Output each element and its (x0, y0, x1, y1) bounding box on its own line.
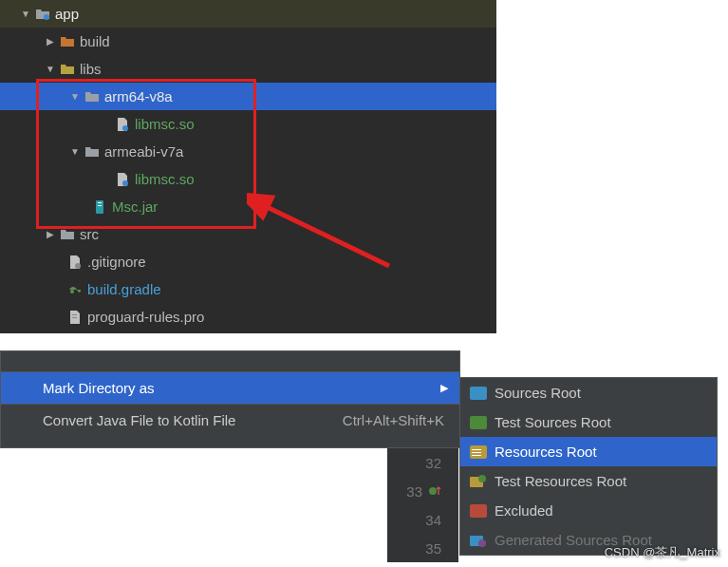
tree-label: libmsc.so (135, 116, 195, 132)
editor-gutter: 32 33 34 35 (387, 448, 458, 562)
module-icon (34, 6, 51, 23)
svg-point-15 (478, 539, 486, 547)
submenu-item-test-resources-root[interactable]: Test Resources Root (460, 466, 717, 496)
test-resources-root-icon (470, 475, 487, 488)
chevron-down-icon: ▼ (44, 64, 57, 74)
tree-label: .gitignore (87, 254, 146, 270)
chevron-right-icon: ▶ (44, 36, 57, 47)
tree-label: libs (80, 61, 102, 77)
jar-icon (91, 198, 108, 216)
tree-label: Msc.jar (112, 198, 158, 215)
menu-item-mark-directory[interactable]: Mark Directory as ▶ (1, 372, 459, 404)
tree-node-app[interactable]: ▼ app (0, 0, 496, 28)
file-icon (114, 171, 131, 188)
chevron-right-icon: ▶ (44, 229, 57, 239)
excluded-icon (470, 504, 487, 518)
chevron-right-icon: ▶ (440, 382, 448, 394)
line-number: 35 (387, 534, 458, 562)
chevron-down-icon: ▼ (68, 91, 82, 102)
chevron-down-icon: ▼ (68, 146, 82, 157)
submenu-item-resources-root[interactable]: Resources Root (460, 437, 717, 466)
tree-label: src (80, 226, 99, 242)
project-tree-panel: ▼ app ▶ build ▼ libs ▼ arm64-v8a libmsc.… (0, 0, 496, 333)
file-icon (66, 254, 84, 271)
tree-label: libmsc.so (135, 171, 195, 187)
context-menu: Mark Directory as ▶ Convert Java File to… (0, 350, 460, 448)
mark-directory-submenu: Sources Root Test Sources Root Resources… (459, 377, 718, 556)
tree-label: proguard-rules.pro (87, 309, 204, 325)
keyboard-shortcut: Ctrl+Alt+Shift+K (343, 412, 444, 428)
tree-node-build[interactable]: ▶ build (0, 28, 496, 55)
tree-node-gitignore[interactable]: .gitignore (0, 248, 496, 275)
svg-point-7 (70, 290, 74, 293)
context-menu-panel: Mark Directory as ▶ Convert Java File to… (0, 350, 719, 561)
submenu-label: Sources Root (495, 385, 581, 401)
submenu-item-sources-root[interactable]: Sources Root (460, 378, 717, 407)
submenu-label: Excluded (495, 502, 553, 519)
watermark-text: CSDN @茶凡_Matrix (605, 544, 720, 561)
menu-item-convert-kotlin[interactable]: Convert Java File to Kotlin File Ctrl+Al… (1, 405, 459, 436)
tree-node-arm64[interactable]: ▼ arm64-v8a (0, 83, 496, 110)
tree-label: arm64-v8a (104, 88, 173, 104)
submenu-item-test-sources-root[interactable]: Test Sources Root (460, 407, 717, 437)
tree-label: build.gradle (87, 281, 161, 297)
svg-point-1 (122, 125, 128, 131)
tree-label: app (55, 6, 79, 22)
tree-node-src[interactable]: ▶ src (0, 220, 496, 248)
line-number: 33 (387, 477, 458, 505)
tree-node-libmsc1[interactable]: libmsc.so (0, 110, 496, 138)
tree-label: build (80, 33, 110, 49)
svg-point-0 (44, 14, 49, 20)
submenu-item-excluded[interactable]: Excluded (460, 496, 717, 525)
file-icon (114, 116, 131, 133)
svg-rect-8 (72, 314, 77, 315)
override-up-icon[interactable] (428, 484, 441, 498)
generated-sources-root-icon (470, 534, 487, 547)
svg-point-2 (122, 180, 128, 186)
submenu-label: Resources Root (495, 444, 597, 460)
svg-point-13 (478, 475, 486, 482)
svg-rect-4 (98, 202, 102, 203)
tree-label: armeabi-v7a (104, 143, 183, 160)
menu-label: Mark Directory as (43, 380, 155, 396)
menu-item-truncated[interactable] (1, 351, 459, 372)
tree-node-buildgradle[interactable]: build.gradle (0, 275, 496, 303)
svg-point-11 (429, 487, 437, 495)
submenu-label: Test Sources Root (495, 414, 611, 430)
file-icon (66, 309, 84, 326)
folder-icon (59, 61, 76, 78)
tree-node-proguard[interactable]: proguard-rules.pro (0, 303, 496, 331)
tree-node-mscjar[interactable]: Msc.jar (0, 193, 496, 220)
folder-icon (84, 143, 101, 161)
chevron-down-icon: ▼ (19, 9, 32, 19)
svg-rect-9 (72, 317, 77, 318)
folder-icon (59, 226, 76, 243)
test-sources-root-icon (470, 416, 487, 429)
line-number: 32 (387, 448, 458, 477)
folder-icon (84, 88, 101, 105)
gradle-icon (66, 281, 84, 298)
tree-node-armeabi[interactable]: ▼ armeabi-v7a (0, 138, 496, 165)
tree-node-libs[interactable]: ▼ libs (0, 55, 496, 83)
resources-root-icon (470, 445, 487, 459)
tree-node-libmsc2[interactable]: libmsc.so (0, 165, 496, 193)
folder-icon (59, 33, 76, 50)
menu-label: Convert Java File to Kotlin File (43, 412, 235, 428)
submenu-label: Test Resources Root (495, 473, 626, 489)
svg-rect-5 (98, 205, 102, 206)
sources-root-icon (470, 387, 487, 400)
svg-point-6 (75, 263, 81, 269)
line-number: 34 (387, 505, 458, 534)
